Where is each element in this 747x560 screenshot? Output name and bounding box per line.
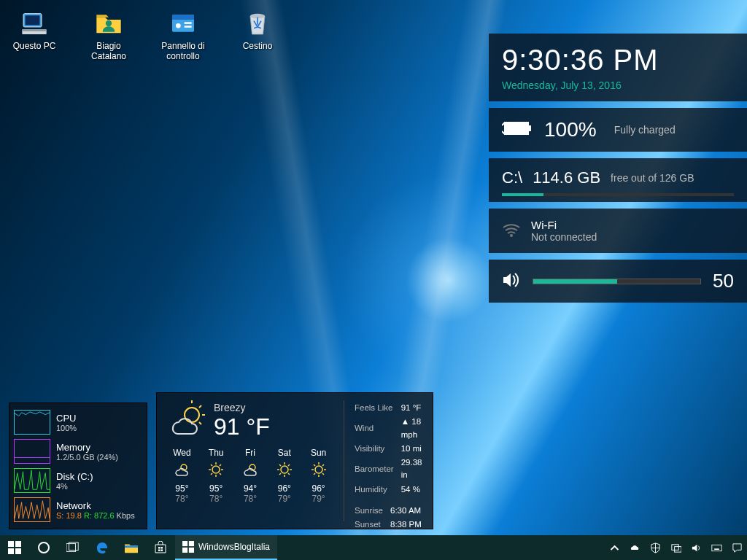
- disk-label: Disk (C:): [56, 471, 93, 482]
- svg-line-25: [211, 464, 212, 466]
- network-label: Network: [56, 500, 135, 511]
- taskbar-window-title: WindowsBlogItalia: [198, 542, 270, 552]
- weather-details: Feels Like91 °F Wind▲ 18 mph Visibility1…: [344, 400, 423, 521]
- svg-line-35: [279, 464, 281, 466]
- weather-temp: 91 °F: [214, 413, 270, 440]
- svg-rect-66: [671, 544, 678, 550]
- tray-onedrive-icon[interactable]: [624, 535, 645, 560]
- svg-line-47: [314, 473, 315, 475]
- tray-keyboard-icon[interactable]: [706, 535, 727, 560]
- memory-graph: [14, 439, 50, 464]
- clock-time: 9:30:36 PM: [502, 44, 734, 77]
- clock-date: Wednesday, July 13, 2016: [502, 79, 734, 91]
- svg-rect-3: [22, 29, 46, 31]
- volume-widget[interactable]: 50: [489, 260, 747, 303]
- svg-rect-67: [674, 546, 681, 552]
- weather-now-icon: [167, 400, 206, 442]
- svg-rect-51: [15, 548, 21, 554]
- weather-condition: Breezy: [214, 402, 270, 413]
- system-tray: [604, 535, 747, 560]
- battery-percent: 100%: [544, 118, 597, 141]
- memory-row: Memory1.2/5.0 GB (24%): [14, 437, 142, 466]
- svg-rect-61: [189, 541, 194, 546]
- svg-rect-50: [8, 548, 14, 554]
- desktop-icon-label: Cestino: [232, 41, 283, 51]
- volume-slider[interactable]: [533, 279, 701, 284]
- desktop-icon-trash[interactable]: Cestino: [232, 9, 283, 61]
- battery-widget[interactable]: 100% Fully charged: [489, 108, 747, 152]
- svg-point-39: [315, 466, 322, 473]
- svg-rect-6: [172, 15, 194, 20]
- svg-point-7: [176, 23, 181, 28]
- svg-line-17: [199, 405, 201, 408]
- desktop-icon-label: Pannello di controllo: [158, 41, 209, 61]
- memory-value: 1.2/5.0 GB (24%): [56, 453, 118, 462]
- sidebar-gadgets: 9:30:36 PM Wednesday, July 13, 2016 100%…: [489, 34, 747, 303]
- desktop-icon-user-folder[interactable]: Biagio Catalano: [83, 9, 134, 61]
- svg-rect-12: [528, 125, 531, 131]
- cpu-label: CPU: [56, 413, 77, 424]
- system-monitor-widget[interactable]: CPU100% Memory1.2/5.0 GB (24%) Disk (C:)…: [9, 402, 147, 529]
- computer-icon: [20, 9, 49, 38]
- desktop-icon-this-pc[interactable]: Questo PC: [9, 9, 60, 61]
- desktop-icon-control-panel[interactable]: Pannello di controllo: [158, 9, 209, 61]
- svg-point-4: [106, 20, 112, 26]
- wifi-status: Not connected: [531, 231, 597, 243]
- tray-defender-icon[interactable]: [645, 535, 665, 560]
- battery-status: Fully charged: [614, 124, 676, 136]
- disk-widget[interactable]: C:\ 114.6 GB free out of 126 GB: [489, 158, 747, 202]
- svg-rect-8: [185, 22, 192, 24]
- wifi-widget[interactable]: Wi-Fi Not connected: [489, 209, 747, 253]
- disk-graph: [14, 468, 50, 493]
- start-button[interactable]: [0, 535, 29, 560]
- forecast-row: Wed95°78°Thu95°78°Fri94°78°Sat96°79°Sun9…: [167, 448, 333, 504]
- clock-widget[interactable]: 9:30:36 PM Wednesday, July 13, 2016: [489, 34, 747, 101]
- svg-line-27: [220, 464, 221, 466]
- taskbar-window[interactable]: WindowsBlogItalia: [175, 535, 277, 560]
- svg-rect-68: [711, 545, 721, 551]
- svg-line-18: [199, 422, 201, 424]
- store-button[interactable]: [146, 535, 175, 560]
- forecast-day: Wed95°78°: [167, 448, 197, 504]
- disk-total: free out of 126 GB: [611, 172, 694, 184]
- svg-rect-60: [182, 541, 187, 546]
- cpu-graph: [14, 410, 50, 435]
- action-center-button[interactable]: [727, 535, 747, 560]
- desktop-icon-label: Biagio Catalano: [83, 41, 134, 61]
- edge-button[interactable]: [88, 535, 117, 560]
- svg-rect-48: [8, 541, 14, 547]
- speaker-icon: [502, 272, 521, 291]
- disk-drive: C:\: [502, 168, 522, 187]
- svg-rect-56: [158, 547, 160, 549]
- wifi-name: Wi-Fi: [531, 219, 597, 231]
- task-view-button[interactable]: [58, 535, 88, 560]
- svg-rect-11: [505, 122, 528, 134]
- weather-widget[interactable]: Breezy 91 °F Wed95°78°Thu95°78°Fri94°78°…: [156, 392, 433, 529]
- desktop-icon-label: Questo PC: [9, 41, 60, 51]
- cpu-value: 100%: [56, 424, 77, 432]
- svg-line-37: [288, 464, 290, 466]
- network-value: S: 19.8 R: 872.6 Kbps: [56, 511, 135, 520]
- tray-network-icon[interactable]: [665, 535, 686, 560]
- tray-volume-icon[interactable]: [686, 535, 706, 560]
- window-icon: [182, 541, 194, 553]
- cpu-row: CPU100%: [14, 408, 142, 437]
- svg-line-38: [279, 473, 281, 475]
- desktop-icons: Questo PC Biagio Catalano Pannello di co…: [9, 9, 283, 61]
- svg-rect-58: [158, 550, 160, 552]
- battery-icon: [502, 118, 534, 141]
- recycle-bin-icon: [243, 9, 272, 38]
- forecast-day: Thu95°78°: [201, 448, 231, 504]
- svg-rect-63: [189, 548, 194, 553]
- file-explorer-button[interactable]: [117, 535, 146, 560]
- network-row: Network S: 19.8 R: 872.6 Kbps: [14, 495, 142, 524]
- forecast-day: Sun96°79°: [303, 448, 333, 504]
- svg-point-20: [212, 466, 220, 473]
- svg-rect-59: [161, 550, 163, 552]
- svg-rect-49: [15, 541, 21, 547]
- svg-rect-62: [182, 548, 187, 553]
- tray-overflow-button[interactable]: [604, 535, 624, 560]
- cortana-button[interactable]: [29, 535, 58, 560]
- svg-line-46: [322, 464, 324, 466]
- svg-rect-55: [125, 545, 138, 548]
